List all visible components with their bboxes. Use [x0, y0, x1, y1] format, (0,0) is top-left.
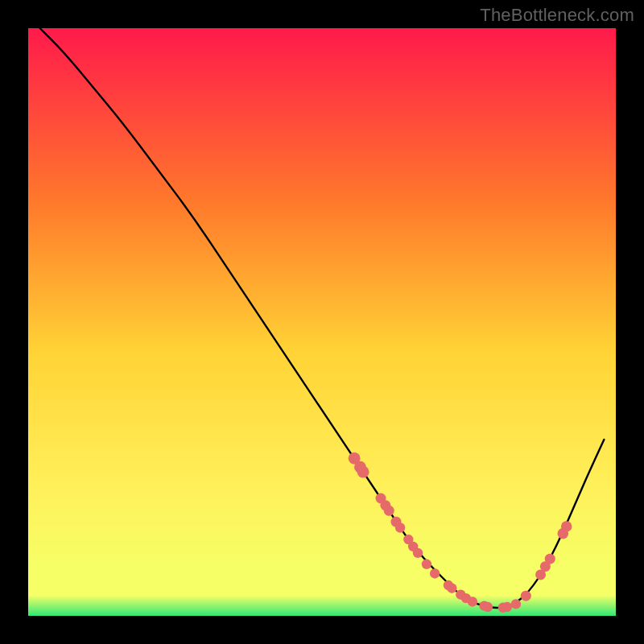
- bottleneck-chart: [0, 0, 644, 644]
- data-marker: [395, 522, 405, 532]
- data-marker: [561, 521, 572, 532]
- data-marker: [384, 506, 394, 516]
- data-marker: [502, 602, 512, 612]
- watermark-label: TheBottleneck.com: [480, 5, 634, 26]
- data-marker: [468, 597, 477, 606]
- data-marker: [521, 591, 531, 601]
- data-marker: [447, 583, 456, 592]
- data-marker: [545, 554, 555, 564]
- chart-frame: TheBottleneck.com: [0, 0, 644, 644]
- data-marker: [357, 466, 369, 478]
- data-marker: [413, 548, 423, 558]
- data-marker: [422, 559, 431, 569]
- data-marker: [511, 599, 521, 609]
- data-marker: [483, 602, 493, 612]
- data-marker: [430, 568, 440, 578]
